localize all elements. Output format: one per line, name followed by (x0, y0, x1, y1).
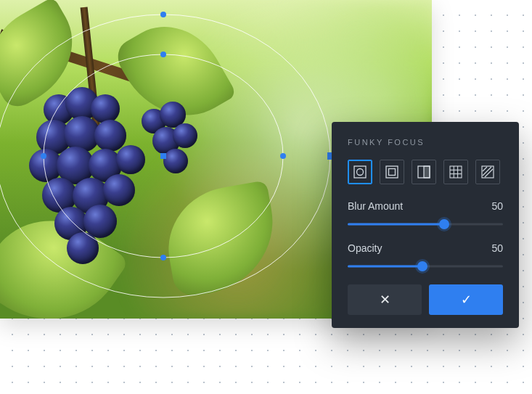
mode-hatch-button[interactable] (475, 160, 500, 184)
mode-grid-button[interactable] (443, 160, 468, 184)
svg-rect-14 (424, 166, 430, 178)
mode-linear-button[interactable] (380, 160, 404, 184)
svg-rect-15 (450, 166, 462, 178)
blur-slider[interactable] (348, 219, 503, 229)
mode-half-button[interactable] (412, 160, 436, 184)
blur-slider-group: Blur Amount 50 (348, 200, 503, 229)
focus-mode-row (348, 160, 503, 184)
svg-rect-20 (482, 166, 494, 178)
close-icon: ✕ (380, 292, 390, 308)
svg-line-23 (483, 167, 487, 171)
svg-rect-11 (386, 166, 398, 178)
opacity-slider-thumb[interactable] (417, 261, 427, 271)
blur-label: Blur Amount (348, 200, 403, 212)
opacity-label: Opacity (348, 242, 382, 254)
svg-point-10 (357, 169, 364, 176)
opacity-value: 50 (491, 242, 503, 254)
panel-title: FUNKY FOCUS (348, 138, 503, 147)
svg-line-22 (485, 169, 493, 177)
opacity-slider-group: Opacity 50 (348, 242, 503, 271)
grape-cluster (22, 87, 210, 290)
panel-actions: ✕ ✓ (348, 284, 503, 315)
half-icon (417, 165, 430, 178)
check-icon: ✓ (461, 292, 472, 308)
confirm-button[interactable]: ✓ (429, 284, 503, 315)
cancel-button[interactable]: ✕ (348, 284, 422, 315)
svg-rect-12 (389, 169, 396, 176)
blur-slider-thumb[interactable] (439, 219, 449, 229)
svg-rect-9 (354, 166, 366, 178)
radial-icon (353, 165, 367, 178)
hatch-icon (481, 165, 494, 178)
funky-focus-panel: FUNKY FOCUS (332, 122, 519, 328)
blur-value: 50 (491, 200, 503, 212)
mode-radial-button[interactable] (348, 160, 372, 184)
opacity-slider[interactable] (348, 261, 503, 271)
linear-icon (385, 165, 398, 178)
grid-icon (449, 165, 462, 178)
